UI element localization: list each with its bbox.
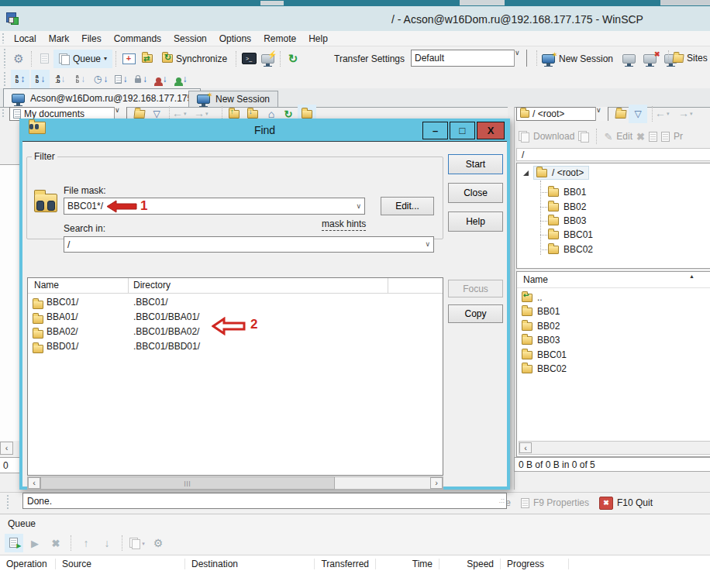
remote-list-header[interactable]: Name ▲ <box>517 272 710 288</box>
results-name-column-header[interactable]: Name <box>34 280 59 291</box>
remote-forward-button[interactable] <box>678 108 693 119</box>
start-button[interactable]: Start <box>448 154 503 174</box>
sort-by-type-button[interactable] <box>71 70 90 88</box>
minimize-button[interactable]: – <box>422 122 448 139</box>
synchronize-browsing-button[interactable] <box>138 50 157 68</box>
console-commands-button[interactable]: ⚡ <box>258 50 277 68</box>
find-dialog-titlebar[interactable]: Find – □ X <box>19 119 510 141</box>
local-back-button[interactable] <box>172 108 187 119</box>
list-item[interactable]: BB03 <box>517 333 710 347</box>
copy-button[interactable]: Copy <box>448 304 503 323</box>
queue-col-destination[interactable]: Destination <box>185 559 315 569</box>
maximize-button[interactable]: □ <box>450 122 475 139</box>
tree-root-selection[interactable]: / <root> <box>533 166 589 180</box>
f9-properties-button[interactable]: F9 Properties <box>521 497 589 508</box>
menu-commands[interactable]: Commands <box>108 33 167 44</box>
remote-path-combo[interactable]: / <root> <box>516 107 608 121</box>
queue-col-time[interactable]: Time <box>376 559 439 569</box>
tree-item[interactable]: BB01 <box>517 185 710 199</box>
properties-icon[interactable] <box>661 132 670 142</box>
queue-preferences-button[interactable] <box>149 534 167 552</box>
queue-toggle-button[interactable]: Queue <box>53 50 112 68</box>
result-row[interactable]: BBC01/ .BBC01/ <box>28 295 443 309</box>
remote-hscrollbar[interactable] <box>519 441 710 455</box>
menu-help[interactable]: Help <box>302 33 334 44</box>
queue-col-progress[interactable]: Progress <box>501 559 569 569</box>
close-session-button[interactable]: ✖ <box>640 50 659 68</box>
titlebar[interactable]: / - Acson@w16Dom.ru@192.168.177.175 - Wi… <box>0 6 710 32</box>
queue-operations-button[interactable] <box>128 534 146 552</box>
f10-quit-button[interactable]: F10 Quit <box>599 497 653 510</box>
fkey-bar-grip[interactable] <box>6 495 9 511</box>
scroll-left-button[interactable] <box>28 477 40 489</box>
result-row[interactable]: BBD01/ .BBC01/BBD01/ <box>28 339 443 353</box>
sort-ascending-button[interactable] <box>31 70 50 88</box>
mask-hints-link[interactable]: mask hints <box>322 218 366 231</box>
queue-col-speed[interactable]: Speed <box>439 559 501 569</box>
results-directory-column-header[interactable]: Directory <box>133 280 171 291</box>
scroll-right-button[interactable] <box>430 477 443 489</box>
tree-expanded-icon[interactable] <box>523 170 529 176</box>
chevron-down-icon[interactable] <box>425 241 430 248</box>
menu-remote[interactable]: Remote <box>257 33 302 44</box>
tree-item[interactable]: BBC01 <box>517 228 710 242</box>
resize-grip-icon[interactable] <box>498 497 505 504</box>
sort-by-extension-button[interactable] <box>51 70 70 88</box>
chevron-down-icon[interactable] <box>356 203 361 210</box>
tree-root-row[interactable]: / <root> <box>517 166 710 180</box>
sort-by-name-button[interactable] <box>11 70 29 88</box>
preferences-button[interactable] <box>9 50 28 68</box>
refresh-button[interactable] <box>284 50 302 68</box>
help-button[interactable]: Help <box>448 211 503 232</box>
local-forward-button[interactable] <box>194 108 209 119</box>
column-separator[interactable] <box>128 278 129 293</box>
tree-item[interactable]: BB02 <box>517 200 710 214</box>
tab-active-session[interactable]: Acson@w16Dom.ru@192.168.177.175 <box>3 88 201 107</box>
focus-button[interactable]: Focus <box>448 280 503 297</box>
remote-open-directory-button[interactable] <box>612 105 630 123</box>
queue-resume-button[interactable] <box>26 534 44 552</box>
scrollbar-thumb[interactable]: ||| <box>40 476 335 490</box>
sort-by-size-button[interactable] <box>112 70 130 88</box>
column-separator[interactable] <box>388 278 388 293</box>
sort-by-rights-button[interactable] <box>132 70 150 88</box>
list-item[interactable]: ↩.. <box>517 291 710 304</box>
delete-icon[interactable] <box>636 132 645 142</box>
transfer-list-button[interactable] <box>35 50 53 68</box>
transfer-settings-combo[interactable]: Default <box>411 50 527 67</box>
list-item[interactable]: BBC01 <box>517 348 710 362</box>
queue-delete-button[interactable] <box>47 534 65 552</box>
edit-mask-button[interactable]: Edit... <box>381 197 434 215</box>
list-item[interactable]: BBC02 <box>517 362 710 376</box>
chevron-down-icon[interactable] <box>595 107 608 121</box>
search-in-combo[interactable]: / <box>64 236 434 253</box>
queue-show-button[interactable] <box>5 534 23 552</box>
menu-session[interactable]: Session <box>167 33 213 44</box>
local-hscroll-left-button[interactable] <box>0 442 13 455</box>
download-button[interactable]: Download <box>533 131 574 142</box>
remote-back-button[interactable] <box>655 108 670 119</box>
tree-item[interactable]: BB03 <box>517 214 710 228</box>
close-button[interactable]: X <box>477 122 505 139</box>
local-toolbar-grip[interactable] <box>2 109 4 119</box>
sort-by-group-button[interactable] <box>172 70 191 88</box>
queue-col-operation[interactable]: Operation <box>0 559 56 569</box>
sort-by-modified-button[interactable] <box>91 70 110 88</box>
tree-item[interactable]: BBC02 <box>517 242 710 256</box>
results-hscrollbar[interactable]: ||| <box>27 476 443 490</box>
rename-icon[interactable] <box>649 132 657 142</box>
close-find-button[interactable]: Close <box>448 183 503 203</box>
sites-button[interactable]: Sites <box>669 49 710 67</box>
remote-filter-button[interactable] <box>629 105 647 123</box>
edit-button[interactable]: Edit <box>616 131 632 142</box>
synchronize-button[interactable]: Synchronize <box>157 50 233 68</box>
toolbar-grip[interactable] <box>3 49 5 68</box>
queue-col-transferred[interactable]: Transferred <box>315 559 376 569</box>
chevron-down-icon[interactable] <box>514 50 526 67</box>
sort-by-owner-button[interactable] <box>152 70 171 88</box>
list-item[interactable]: BB01 <box>517 304 710 318</box>
properties-button[interactable]: Pr <box>674 131 683 142</box>
open-terminal-button[interactable] <box>240 50 258 68</box>
queue-move-up-button[interactable] <box>77 534 95 552</box>
compare-directories-button[interactable] <box>119 50 138 68</box>
